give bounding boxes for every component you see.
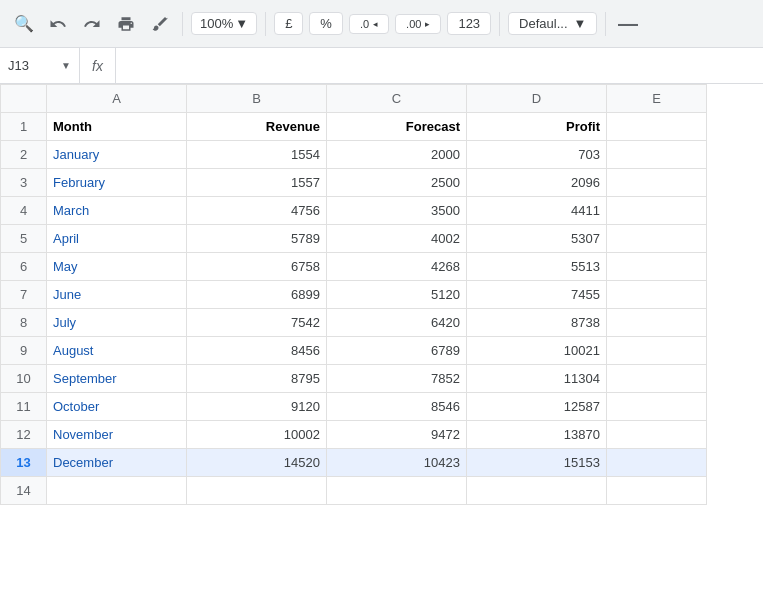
cell-d[interactable]: 2096 — [467, 169, 607, 197]
cell-c[interactable]: Forecast — [327, 113, 467, 141]
cell-a[interactable]: September — [47, 365, 187, 393]
cell-b[interactable]: 6899 — [187, 281, 327, 309]
cell-a[interactable]: April — [47, 225, 187, 253]
cell-a[interactable]: November — [47, 421, 187, 449]
cell-b[interactable]: 8456 — [187, 337, 327, 365]
cell-a[interactable]: December — [47, 449, 187, 477]
col-header-b[interactable]: B — [187, 85, 327, 113]
number-format-button[interactable]: 123 — [447, 12, 491, 35]
cell-c[interactable]: 10423 — [327, 449, 467, 477]
cell-c[interactable]: 7852 — [327, 365, 467, 393]
row-number[interactable]: 10 — [1, 365, 47, 393]
cell-c[interactable]: 3500 — [327, 197, 467, 225]
cell-d[interactable]: 4411 — [467, 197, 607, 225]
col-header-a[interactable]: A — [47, 85, 187, 113]
cell-c[interactable]: 6789 — [327, 337, 467, 365]
cell-b[interactable]: 4756 — [187, 197, 327, 225]
cell-d[interactable]: 5513 — [467, 253, 607, 281]
cell-d[interactable]: 13870 — [467, 421, 607, 449]
cell-b[interactable]: 10002 — [187, 421, 327, 449]
cell-e[interactable] — [607, 449, 707, 477]
col-header-e[interactable]: E — [607, 85, 707, 113]
cell-reference[interactable]: J13 ▼ — [0, 48, 80, 83]
cell-c[interactable] — [327, 477, 467, 505]
cell-c[interactable]: 4268 — [327, 253, 467, 281]
print-icon[interactable] — [112, 10, 140, 38]
cell-a[interactable]: March — [47, 197, 187, 225]
cell-a[interactable]: October — [47, 393, 187, 421]
cell-c[interactable]: 6420 — [327, 309, 467, 337]
percent-button[interactable]: % — [309, 12, 343, 35]
cell-b[interactable]: 8795 — [187, 365, 327, 393]
cell-d[interactable]: 10021 — [467, 337, 607, 365]
cell-b[interactable]: 5789 — [187, 225, 327, 253]
row-number[interactable]: 4 — [1, 197, 47, 225]
row-number[interactable]: 13 — [1, 449, 47, 477]
cell-b[interactable] — [187, 477, 327, 505]
cell-c[interactable]: 2000 — [327, 141, 467, 169]
col-header-c[interactable]: C — [327, 85, 467, 113]
row-number[interactable]: 12 — [1, 421, 47, 449]
decimal-increase-button[interactable]: .00▸ — [395, 14, 441, 34]
cell-d[interactable]: 8738 — [467, 309, 607, 337]
cell-e[interactable] — [607, 393, 707, 421]
cell-b[interactable]: 6758 — [187, 253, 327, 281]
row-number[interactable]: 5 — [1, 225, 47, 253]
cell-e[interactable] — [607, 225, 707, 253]
cell-b[interactable]: 14520 — [187, 449, 327, 477]
cell-c[interactable]: 2500 — [327, 169, 467, 197]
decimal-decrease-button[interactable]: .0◂ — [349, 14, 389, 34]
more-icon[interactable]: — — [614, 10, 642, 38]
cell-e[interactable] — [607, 309, 707, 337]
cell-d[interactable]: 703 — [467, 141, 607, 169]
font-format-selector[interactable]: Defaul... ▼ — [508, 12, 597, 35]
row-number[interactable]: 11 — [1, 393, 47, 421]
cell-a[interactable]: August — [47, 337, 187, 365]
row-number[interactable]: 8 — [1, 309, 47, 337]
row-number[interactable]: 1 — [1, 113, 47, 141]
cell-b[interactable]: 1554 — [187, 141, 327, 169]
cell-a[interactable]: January — [47, 141, 187, 169]
cell-a[interactable]: February — [47, 169, 187, 197]
cell-b[interactable]: 1557 — [187, 169, 327, 197]
cell-d[interactable]: 12587 — [467, 393, 607, 421]
cell-d[interactable]: 11304 — [467, 365, 607, 393]
redo-icon[interactable] — [78, 10, 106, 38]
cell-e[interactable] — [607, 113, 707, 141]
cell-e[interactable] — [607, 337, 707, 365]
zoom-selector[interactable]: 100% ▼ — [191, 12, 257, 35]
undo-icon[interactable] — [44, 10, 72, 38]
cell-a[interactable]: June — [47, 281, 187, 309]
formula-input[interactable] — [116, 48, 763, 83]
cell-b[interactable]: 9120 — [187, 393, 327, 421]
cell-e[interactable] — [607, 141, 707, 169]
cell-e[interactable] — [607, 253, 707, 281]
cell-a[interactable]: Month — [47, 113, 187, 141]
cell-d[interactable] — [467, 477, 607, 505]
cell-e[interactable] — [607, 365, 707, 393]
cell-e[interactable] — [607, 281, 707, 309]
cell-e[interactable] — [607, 169, 707, 197]
row-number[interactable]: 3 — [1, 169, 47, 197]
cell-b[interactable]: Revenue — [187, 113, 327, 141]
cell-d[interactable]: 5307 — [467, 225, 607, 253]
search-icon[interactable]: 🔍 — [10, 10, 38, 38]
cell-c[interactable]: 5120 — [327, 281, 467, 309]
row-number[interactable]: 2 — [1, 141, 47, 169]
cell-e[interactable] — [607, 197, 707, 225]
currency-button[interactable]: £ — [274, 12, 303, 35]
row-number[interactable]: 6 — [1, 253, 47, 281]
cell-e[interactable] — [607, 421, 707, 449]
cell-a[interactable]: July — [47, 309, 187, 337]
format-paint-icon[interactable] — [146, 10, 174, 38]
row-number[interactable]: 7 — [1, 281, 47, 309]
cell-d[interactable]: 15153 — [467, 449, 607, 477]
cell-d[interactable]: 7455 — [467, 281, 607, 309]
col-header-d[interactable]: D — [467, 85, 607, 113]
cell-b[interactable]: 7542 — [187, 309, 327, 337]
cell-c[interactable]: 8546 — [327, 393, 467, 421]
cell-d[interactable]: Profit — [467, 113, 607, 141]
cell-a[interactable] — [47, 477, 187, 505]
row-number[interactable]: 14 — [1, 477, 47, 505]
cell-c[interactable]: 4002 — [327, 225, 467, 253]
